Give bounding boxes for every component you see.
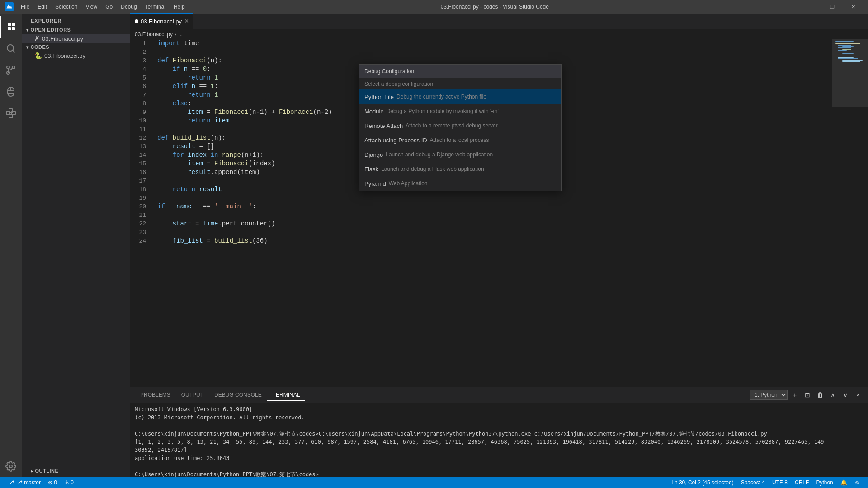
line-number: 10 <box>130 117 146 125</box>
line-number: 15 <box>130 160 146 168</box>
python-file-icon: ✗ <box>34 35 40 42</box>
debug-option[interactable]: Attach using Process IDAttach to a local… <box>359 133 561 147</box>
svg-line-5 <box>13 51 15 53</box>
title-bar: File Edit Selection View Go Debug Termin… <box>0 0 868 14</box>
outline-section: ▸ OUTLINE <box>22 465 130 477</box>
breadcrumb-part2[interactable]: ... <box>178 31 183 38</box>
open-editor-fibonacci[interactable]: ✗ 03.Fibonacci.py <box>22 34 130 43</box>
debug-option[interactable]: PyramidWeb Application <box>359 176 561 191</box>
menu-selection[interactable]: Selection <box>52 3 81 11</box>
code-line: start = time.perf_counter() <box>157 220 832 228</box>
status-errors[interactable]: ⊗ 0 <box>44 477 61 488</box>
git-branch-text: ⎇ master <box>16 479 41 486</box>
codes-section: ▾ Codes 🐍 03.Fibonacci.py <box>22 43 130 60</box>
editor-terminal-split: 123456789101112131415161718192021222324 … <box>130 39 868 477</box>
menu-terminal[interactable]: Terminal <box>142 3 169 11</box>
tab-fibonacci[interactable]: 03.Fibonacci.py × <box>130 13 193 29</box>
tab-debug-console[interactable]: DEBUG CONSOLE <box>209 389 267 400</box>
source-control-activity-icon[interactable] <box>0 59 22 81</box>
status-notifications[interactable]: 🔔 <box>837 477 851 488</box>
line-number: 16 <box>130 168 146 177</box>
status-warnings[interactable]: ⚠ 0 <box>61 477 77 488</box>
status-git-branch[interactable]: ⎇ ⎇ master <box>5 477 44 488</box>
open-editors-header[interactable]: ▾ Open Editors <box>22 26 130 34</box>
settings-activity-icon[interactable] <box>0 455 22 477</box>
terminal-trash-button[interactable]: 🗑 <box>815 389 826 400</box>
status-language[interactable]: Python <box>812 477 836 488</box>
menu-debug[interactable]: Debug <box>117 3 140 11</box>
menu-file[interactable]: File <box>17 3 33 11</box>
app-icon <box>5 2 14 11</box>
editor-pane: 123456789101112131415161718192021222324 … <box>130 39 868 387</box>
svg-rect-0 <box>8 23 11 26</box>
status-feedback[interactable]: ☺ <box>851 477 863 488</box>
extensions-activity-icon[interactable] <box>0 103 22 124</box>
line-number: 7 <box>130 91 146 99</box>
tab-output[interactable]: OUTPUT <box>176 389 209 400</box>
outline-label: OUTLINE <box>35 468 59 474</box>
debug-option-name: Flask <box>364 166 378 173</box>
debug-option-name: Python File <box>364 94 394 100</box>
debug-option[interactable]: Python FileDebug the currently active Py… <box>359 89 561 104</box>
debug-select-label: Select a debug configuration <box>359 78 561 89</box>
search-activity-icon[interactable] <box>0 38 22 59</box>
debug-option-name: Remote Attach <box>364 122 403 129</box>
terminal-new-button[interactable]: + <box>789 389 800 400</box>
activity-bar <box>0 14 22 477</box>
tab-close-button[interactable]: × <box>184 18 189 25</box>
menu-help[interactable]: Help <box>170 3 189 11</box>
editor-area: 03.Fibonacci.py × 03.Fibonacci.py › ... … <box>130 14 868 477</box>
status-position[interactable]: Ln 30, Col 2 (45 selected) <box>668 477 737 488</box>
terminal-close-button[interactable]: × <box>853 389 863 400</box>
debug-option[interactable]: Remote AttachAttach to a remote ptvsd de… <box>359 118 561 133</box>
breadcrumb: 03.Fibonacci.py › ... <box>130 29 868 39</box>
terminal-chevron-up-button[interactable]: ∧ <box>827 389 838 400</box>
terminal-tabs-bar: PROBLEMS OUTPUT DEBUG CONSOLE TERMINAL 1… <box>130 387 868 403</box>
debug-option[interactable]: ModuleDebug a Python module by invoking … <box>359 104 561 118</box>
tab-problems[interactable]: PROBLEMS <box>135 389 176 400</box>
terminal-instance-select[interactable]: 1: Python <box>750 390 788 400</box>
outline-header[interactable]: ▸ OUTLINE <box>31 467 121 475</box>
maximize-button[interactable]: ❐ <box>822 0 843 14</box>
code-line <box>157 194 832 202</box>
terminal-line: C:\Users\xinjun\Documents\Python_PPT\教案\… <box>135 470 863 477</box>
codes-label: Codes <box>31 44 50 50</box>
menu-view[interactable]: View <box>82 3 101 11</box>
explorer-activity-icon[interactable] <box>0 16 22 38</box>
status-line-ending[interactable]: CRLF <box>791 477 812 488</box>
line-number: 20 <box>130 202 146 211</box>
python-icon: 🐍 <box>34 52 42 59</box>
codes-header[interactable]: ▾ Codes <box>22 43 130 51</box>
status-spaces[interactable]: Spaces: 4 <box>737 477 769 488</box>
terminal-line: C:\Users\xinjun\Documents\Python_PPT\教案\… <box>135 430 863 438</box>
minimap <box>832 39 868 387</box>
line-number: 8 <box>130 99 146 108</box>
terminal-content[interactable]: Microsoft Windows [Version 6.3.9600](c) … <box>130 403 868 477</box>
debug-activity-icon[interactable] <box>0 81 22 103</box>
menu-bar: File Edit Selection View Go Debug Termin… <box>17 3 189 11</box>
menu-edit[interactable]: Edit <box>34 3 51 11</box>
menu-go[interactable]: Go <box>102 3 116 11</box>
debug-option-name: Attach using Process ID <box>364 137 427 144</box>
debug-option[interactable]: DjangoLaunch and debug a Django web appl… <box>359 147 561 162</box>
status-right: Ln 30, Col 2 (45 selected) Spaces: 4 UTF… <box>668 477 863 488</box>
debug-dropdown[interactable]: Debug Configuration Select a debug confi… <box>359 64 562 191</box>
codes-fibonacci-file[interactable]: 🐍 03.Fibonacci.py <box>22 51 130 60</box>
status-encoding[interactable]: UTF-8 <box>769 477 791 488</box>
sidebar: Explorer ▾ Open Editors ✗ 03.Fibonacci.p… <box>22 14 130 477</box>
debug-option[interactable]: FlaskLaunch and debug a Flask web applic… <box>359 162 561 176</box>
window-controls: ─ ❐ ✕ <box>801 0 863 14</box>
line-number: 2 <box>130 48 146 56</box>
breadcrumb-file[interactable]: 03.Fibonacci.py <box>135 31 173 38</box>
line-number: 24 <box>130 237 146 245</box>
line-number: 9 <box>130 108 146 117</box>
debug-option-name: Module <box>364 108 384 115</box>
status-bar: ⎇ ⎇ master ⊗ 0 ⚠ 0 Ln 30, Col 2 (45 sele… <box>0 477 868 488</box>
line-number: 6 <box>130 82 146 91</box>
terminal-chevron-down-button[interactable]: ∨ <box>840 389 851 400</box>
git-branch-icon: ⎇ <box>8 479 14 486</box>
terminal-split-button[interactable]: ⊡ <box>802 389 813 400</box>
minimize-button[interactable]: ─ <box>801 0 822 14</box>
tab-terminal[interactable]: TERMINAL <box>267 389 306 401</box>
close-button[interactable]: ✕ <box>843 0 863 14</box>
